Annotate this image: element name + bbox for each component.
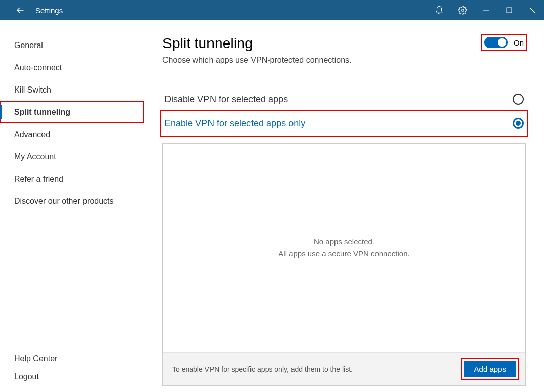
sidebar-item-help-center[interactable]: Help Center	[0, 350, 144, 368]
option-disable-vpn[interactable]: Disable VPN for selected apps	[162, 88, 526, 111]
divider	[162, 78, 526, 78]
toggle-switch-icon	[484, 37, 508, 48]
sidebar-item-general[interactable]: General	[0, 34, 144, 57]
close-button[interactable]	[521, 0, 544, 20]
svg-point-1	[462, 9, 464, 12]
sidebar-item-advanced[interactable]: Advanced	[0, 123, 144, 146]
title-bar: Settings	[0, 0, 544, 20]
sidebar-item-my-account[interactable]: My Account	[0, 146, 144, 168]
sidebar: General Auto-connect Kill Switch Split t…	[0, 20, 144, 392]
add-apps-button[interactable]: Add apps	[464, 361, 516, 377]
window-title: Settings	[35, 6, 63, 15]
page-subtitle: Choose which apps use VPN-protected conn…	[162, 56, 482, 65]
radio-icon	[513, 94, 524, 105]
sidebar-item-auto-connect[interactable]: Auto-connect	[0, 57, 144, 79]
option-enable-vpn-only[interactable]: Enable VPN for selected apps only	[162, 112, 526, 135]
sidebar-item-logout[interactable]: Logout	[0, 368, 144, 386]
page-heading: Split tunneling	[162, 35, 482, 52]
split-tunneling-toggle[interactable]: On	[482, 35, 526, 50]
minimize-button[interactable]	[474, 0, 497, 20]
apps-footer-text: To enable VPN for specific apps only, ad…	[172, 365, 464, 373]
sidebar-item-kill-switch[interactable]: Kill Switch	[0, 79, 144, 101]
sidebar-item-split-tunneling[interactable]: Split tunneling	[0, 101, 144, 123]
apps-empty-state: No apps selected. All apps use a secure …	[163, 144, 525, 352]
settings-gear-icon[interactable]	[451, 0, 474, 20]
toggle-state-label: On	[514, 38, 524, 47]
sidebar-item-refer-friend[interactable]: Refer a friend	[0, 168, 144, 190]
apps-list-box: No apps selected. All apps use a secure …	[162, 143, 526, 386]
radio-icon	[513, 118, 524, 129]
maximize-button[interactable]	[497, 0, 521, 20]
notifications-icon[interactable]	[428, 0, 451, 20]
apps-footer: To enable VPN for specific apps only, ad…	[163, 352, 525, 385]
content-area: Split tunneling Choose which apps use VP…	[144, 20, 544, 392]
back-button[interactable]	[12, 2, 28, 18]
sidebar-item-discover-products[interactable]: Discover our other products	[0, 190, 144, 212]
svg-rect-3	[507, 8, 512, 13]
